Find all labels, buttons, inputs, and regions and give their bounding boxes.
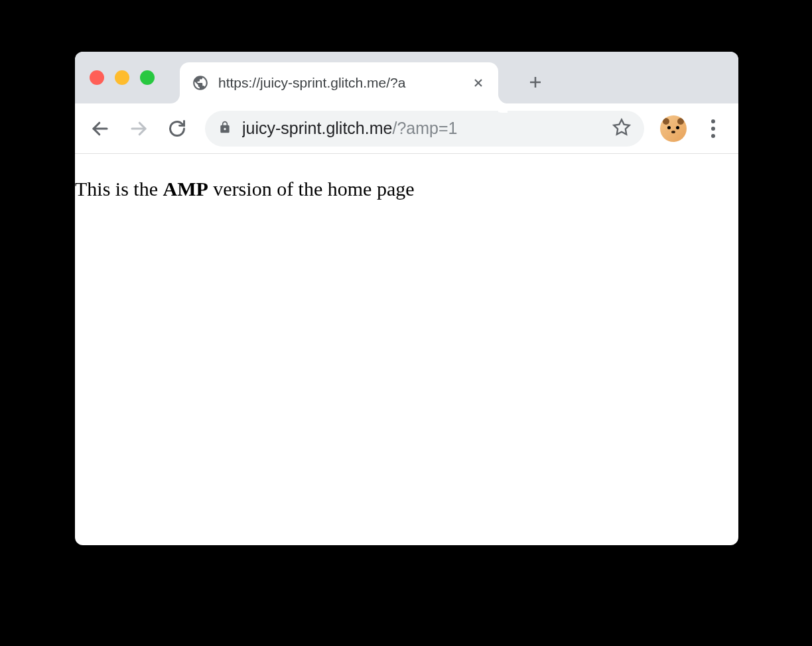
toolbar: juicy-sprint.glitch.me/?amp=1 (75, 103, 738, 154)
reload-button[interactable] (161, 113, 193, 145)
maximize-window-button[interactable] (140, 70, 155, 85)
profile-avatar[interactable] (660, 115, 687, 142)
browser-tab[interactable]: https://juicy-sprint.glitch.me/?a (180, 62, 498, 103)
tab-title: https://juicy-sprint.glitch.me/?a (218, 75, 465, 91)
address-bar[interactable]: juicy-sprint.glitch.me/?amp=1 (205, 111, 644, 147)
kebab-menu-icon (711, 119, 715, 138)
bookmark-star-icon[interactable] (612, 118, 631, 139)
url-path: /?amp=1 (392, 119, 457, 137)
close-window-button[interactable] (90, 70, 104, 85)
new-tab-button[interactable] (519, 66, 551, 98)
lock-icon (218, 121, 232, 137)
url-domain: juicy-sprint.glitch.me (242, 119, 392, 137)
window-controls (90, 70, 155, 85)
minimize-window-button[interactable] (115, 70, 129, 85)
page-text-bold: AMP (163, 178, 208, 200)
url-text: juicy-sprint.glitch.me/?amp=1 (242, 119, 602, 138)
page-content: This is the AMP version of the home page (75, 154, 738, 200)
svg-marker-6 (614, 119, 629, 134)
forward-button[interactable] (123, 113, 155, 145)
tab-strip: https://juicy-sprint.glitch.me/?a (75, 52, 738, 103)
close-tab-button[interactable] (470, 75, 486, 91)
page-text-after: version of the home page (208, 178, 415, 200)
back-button[interactable] (84, 113, 116, 145)
menu-button[interactable] (697, 113, 729, 145)
page-text-before: This is the (75, 178, 163, 200)
globe-icon (192, 74, 209, 92)
dog-avatar-icon (660, 115, 687, 142)
browser-window: https://juicy-sprint.glitch.me/?a (75, 52, 738, 545)
